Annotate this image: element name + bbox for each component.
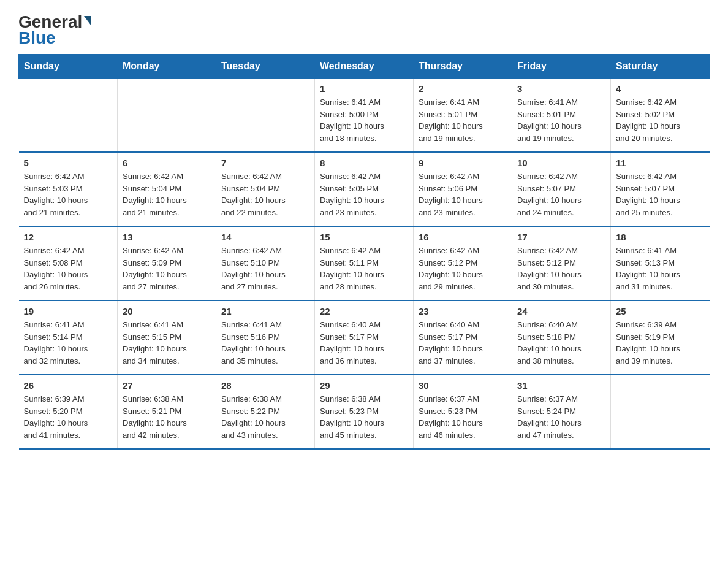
day-info: Sunrise: 6:42 AMSunset: 5:12 PMDaylight:… — [419, 245, 507, 293]
calendar-cell-week1-day2 — [118, 79, 216, 153]
calendar-cell-week5-day5: 30Sunrise: 6:37 AMSunset: 5:23 PMDayligh… — [414, 375, 512, 449]
calendar-cell-week3-day1: 12Sunrise: 6:42 AMSunset: 5:08 PMDayligh… — [19, 226, 118, 301]
day-number: 21 — [221, 306, 309, 316]
logo-arrow-icon — [84, 16, 91, 26]
day-info: Sunrise: 6:42 AMSunset: 5:06 PMDaylight:… — [419, 170, 507, 218]
calendar-cell-week5-day3: 28Sunrise: 6:38 AMSunset: 5:22 PMDayligh… — [216, 375, 315, 449]
calendar-cell-week2-day4: 8Sunrise: 6:42 AMSunset: 5:05 PMDaylight… — [315, 152, 414, 226]
calendar-cell-week1-day1 — [19, 79, 118, 153]
day-number: 8 — [320, 158, 408, 168]
day-number: 9 — [419, 158, 507, 168]
day-number: 30 — [419, 380, 507, 391]
page-header: General Blue — [18, 12, 710, 48]
day-info: Sunrise: 6:42 AMSunset: 5:04 PMDaylight:… — [123, 170, 211, 218]
day-number: 17 — [517, 232, 605, 242]
calendar-week-5: 26Sunrise: 6:39 AMSunset: 5:20 PMDayligh… — [19, 375, 710, 449]
calendar-cell-week1-day4: 1Sunrise: 6:41 AMSunset: 5:00 PMDaylight… — [315, 79, 414, 153]
day-number: 6 — [123, 158, 211, 168]
calendar-cell-week3-day2: 13Sunrise: 6:42 AMSunset: 5:09 PMDayligh… — [118, 226, 216, 301]
calendar-cell-week5-day1: 26Sunrise: 6:39 AMSunset: 5:20 PMDayligh… — [19, 375, 118, 449]
day-info: Sunrise: 6:41 AMSunset: 5:16 PMDaylight:… — [221, 319, 309, 367]
calendar-cell-week5-day4: 29Sunrise: 6:38 AMSunset: 5:23 PMDayligh… — [315, 375, 414, 449]
day-number: 7 — [221, 158, 309, 168]
calendar-cell-week2-day7: 11Sunrise: 6:42 AMSunset: 5:07 PMDayligh… — [611, 152, 710, 226]
calendar-week-2: 5Sunrise: 6:42 AMSunset: 5:03 PMDaylight… — [19, 152, 710, 226]
calendar-cell-week2-day6: 10Sunrise: 6:42 AMSunset: 5:07 PMDayligh… — [512, 152, 611, 226]
day-number: 24 — [517, 306, 605, 316]
day-info: Sunrise: 6:37 AMSunset: 5:23 PMDaylight:… — [419, 393, 507, 441]
day-info: Sunrise: 6:41 AMSunset: 5:00 PMDaylight:… — [320, 96, 408, 144]
calendar-cell-week4-day5: 23Sunrise: 6:40 AMSunset: 5:17 PMDayligh… — [414, 301, 512, 375]
day-info: Sunrise: 6:42 AMSunset: 5:02 PMDaylight:… — [616, 96, 705, 144]
day-info: Sunrise: 6:42 AMSunset: 5:07 PMDaylight:… — [616, 170, 705, 218]
calendar-cell-week3-day3: 14Sunrise: 6:42 AMSunset: 5:10 PMDayligh… — [216, 226, 315, 301]
calendar-cell-week4-day3: 21Sunrise: 6:41 AMSunset: 5:16 PMDayligh… — [216, 301, 315, 375]
day-number: 28 — [221, 380, 309, 391]
day-info: Sunrise: 6:42 AMSunset: 5:07 PMDaylight:… — [517, 170, 605, 218]
calendar-week-3: 12Sunrise: 6:42 AMSunset: 5:08 PMDayligh… — [19, 226, 710, 301]
day-info: Sunrise: 6:42 AMSunset: 5:09 PMDaylight:… — [123, 245, 211, 293]
day-number: 14 — [221, 232, 309, 242]
weekday-header-row: SundayMondayTuesdayWednesdayThursdayFrid… — [19, 55, 710, 79]
day-info: Sunrise: 6:41 AMSunset: 5:13 PMDaylight:… — [616, 245, 705, 293]
calendar-table: SundayMondayTuesdayWednesdayThursdayFrid… — [18, 54, 710, 450]
day-number: 2 — [419, 83, 507, 94]
weekday-header-wednesday: Wednesday — [315, 55, 414, 79]
day-info: Sunrise: 6:39 AMSunset: 5:20 PMDaylight:… — [24, 393, 113, 441]
day-info: Sunrise: 6:42 AMSunset: 5:10 PMDaylight:… — [221, 245, 309, 293]
day-info: Sunrise: 6:42 AMSunset: 5:12 PMDaylight:… — [517, 245, 605, 293]
calendar-cell-week4-day1: 19Sunrise: 6:41 AMSunset: 5:14 PMDayligh… — [19, 301, 118, 375]
day-info: Sunrise: 6:41 AMSunset: 5:14 PMDaylight:… — [24, 319, 113, 367]
day-number: 3 — [517, 83, 605, 94]
calendar-week-1: 1Sunrise: 6:41 AMSunset: 5:00 PMDaylight… — [19, 79, 710, 153]
day-info: Sunrise: 6:37 AMSunset: 5:24 PMDaylight:… — [517, 393, 605, 441]
day-info: Sunrise: 6:40 AMSunset: 5:18 PMDaylight:… — [517, 319, 605, 367]
calendar-cell-week3-day7: 18Sunrise: 6:41 AMSunset: 5:13 PMDayligh… — [611, 226, 710, 301]
weekday-header-sunday: Sunday — [19, 55, 118, 79]
logo-blue-text: Blue — [18, 28, 56, 48]
weekday-header-monday: Monday — [118, 55, 216, 79]
calendar-cell-week4-day6: 24Sunrise: 6:40 AMSunset: 5:18 PMDayligh… — [512, 301, 611, 375]
day-info: Sunrise: 6:42 AMSunset: 5:03 PMDaylight:… — [24, 170, 113, 218]
calendar-cell-week2-day3: 7Sunrise: 6:42 AMSunset: 5:04 PMDaylight… — [216, 152, 315, 226]
day-info: Sunrise: 6:41 AMSunset: 5:15 PMDaylight:… — [123, 319, 211, 367]
day-number: 18 — [616, 232, 705, 242]
day-number: 27 — [123, 380, 211, 391]
calendar-cell-week3-day6: 17Sunrise: 6:42 AMSunset: 5:12 PMDayligh… — [512, 226, 611, 301]
day-number: 25 — [616, 306, 705, 316]
calendar-week-4: 19Sunrise: 6:41 AMSunset: 5:14 PMDayligh… — [19, 301, 710, 375]
day-number: 16 — [419, 232, 507, 242]
calendar-cell-week4-day7: 25Sunrise: 6:39 AMSunset: 5:19 PMDayligh… — [611, 301, 710, 375]
calendar-cell-week1-day5: 2Sunrise: 6:41 AMSunset: 5:01 PMDaylight… — [414, 79, 512, 153]
weekday-header-tuesday: Tuesday — [216, 55, 315, 79]
day-number: 12 — [24, 232, 113, 242]
day-number: 29 — [320, 380, 408, 391]
calendar-cell-week2-day2: 6Sunrise: 6:42 AMSunset: 5:04 PMDaylight… — [118, 152, 216, 226]
day-number: 31 — [517, 380, 605, 391]
calendar-cell-week5-day7 — [611, 375, 710, 449]
calendar-cell-week5-day6: 31Sunrise: 6:37 AMSunset: 5:24 PMDayligh… — [512, 375, 611, 449]
day-info: Sunrise: 6:42 AMSunset: 5:04 PMDaylight:… — [221, 170, 309, 218]
day-info: Sunrise: 6:42 AMSunset: 5:11 PMDaylight:… — [320, 245, 408, 293]
day-info: Sunrise: 6:40 AMSunset: 5:17 PMDaylight:… — [320, 319, 408, 367]
day-number: 15 — [320, 232, 408, 242]
day-info: Sunrise: 6:41 AMSunset: 5:01 PMDaylight:… — [517, 96, 605, 144]
day-info: Sunrise: 6:41 AMSunset: 5:01 PMDaylight:… — [419, 96, 507, 144]
day-info: Sunrise: 6:38 AMSunset: 5:23 PMDaylight:… — [320, 393, 408, 441]
day-info: Sunrise: 6:42 AMSunset: 5:05 PMDaylight:… — [320, 170, 408, 218]
calendar-cell-week3-day4: 15Sunrise: 6:42 AMSunset: 5:11 PMDayligh… — [315, 226, 414, 301]
calendar-cell-week1-day6: 3Sunrise: 6:41 AMSunset: 5:01 PMDaylight… — [512, 79, 611, 153]
weekday-header-thursday: Thursday — [414, 55, 512, 79]
day-number: 13 — [123, 232, 211, 242]
day-number: 4 — [616, 83, 705, 94]
day-number: 23 — [419, 306, 507, 316]
day-number: 22 — [320, 306, 408, 316]
day-number: 10 — [517, 158, 605, 168]
day-info: Sunrise: 6:38 AMSunset: 5:21 PMDaylight:… — [123, 393, 211, 441]
day-number: 5 — [24, 158, 113, 168]
day-number: 26 — [24, 380, 113, 391]
day-number: 11 — [616, 158, 705, 168]
calendar-cell-week1-day3 — [216, 79, 315, 153]
day-number: 1 — [320, 83, 408, 94]
calendar-cell-week5-day2: 27Sunrise: 6:38 AMSunset: 5:21 PMDayligh… — [118, 375, 216, 449]
